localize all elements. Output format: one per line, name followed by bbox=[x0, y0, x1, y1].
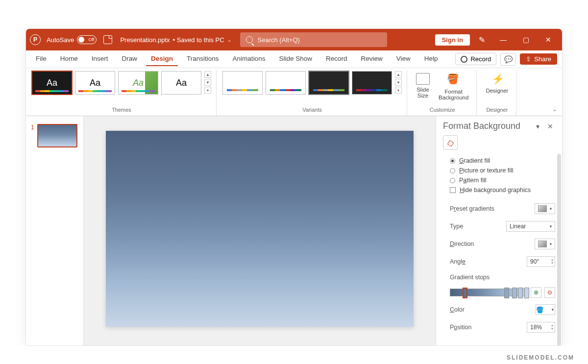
slide-canvas-area[interactable] bbox=[84, 116, 436, 345]
tab-review[interactable]: Review bbox=[356, 52, 387, 66]
type-dropdown[interactable]: Linear▼ bbox=[506, 221, 555, 232]
remove-gradient-stop-button[interactable]: ⊖ bbox=[544, 287, 555, 298]
group-label: Variants bbox=[302, 107, 322, 115]
radio-gradient-fill[interactable]: GGradient fillradient fill bbox=[450, 156, 555, 166]
tab-design[interactable]: Design bbox=[146, 52, 178, 66]
variant-option[interactable] bbox=[309, 71, 349, 95]
gradient-stop[interactable] bbox=[524, 288, 529, 298]
direction-dropdown[interactable]: ▼ bbox=[535, 239, 555, 249]
document-title[interactable]: Presentation.pptx • Saved to this PC ⌄ bbox=[120, 36, 231, 44]
maximize-button[interactable]: ▢ bbox=[516, 29, 536, 50]
paint-bucket-icon bbox=[447, 73, 461, 87]
tab-record[interactable]: Record bbox=[321, 52, 352, 66]
variant-option[interactable] bbox=[352, 71, 392, 95]
slide-thumbnail-preview bbox=[37, 124, 77, 147]
variant-option[interactable] bbox=[222, 71, 263, 95]
fill-tab-icon[interactable]: ◇ bbox=[443, 135, 458, 150]
tab-help[interactable]: Help bbox=[419, 52, 443, 66]
radio-icon bbox=[450, 158, 455, 164]
gradient-stops-slider[interactable] bbox=[450, 289, 528, 296]
theme-option[interactable]: Aa bbox=[75, 71, 115, 95]
pen-mode-icon[interactable]: ✎ bbox=[477, 35, 487, 45]
slide-number: 1 bbox=[31, 124, 34, 147]
slide-thumbnail-rail: 1 bbox=[26, 116, 84, 345]
designer-icon bbox=[492, 73, 502, 86]
close-button[interactable]: ✕ bbox=[539, 29, 558, 50]
panel-menu-button[interactable]: ▾ bbox=[534, 122, 541, 130]
panel-body: GGradient fillradient fill Picture or te… bbox=[436, 154, 562, 345]
theme-option[interactable]: Aa bbox=[118, 71, 158, 95]
type-label: Type bbox=[450, 223, 463, 230]
radio-picture-fill[interactable]: Picture or texture fill bbox=[450, 166, 555, 175]
search-icon bbox=[246, 36, 253, 43]
gradient-stop[interactable] bbox=[512, 288, 517, 298]
app-window: P AutoSave Off Presentation.pptx • Saved… bbox=[25, 28, 563, 346]
collapse-ribbon-button[interactable]: ⌄ bbox=[552, 106, 557, 113]
angle-label: Angle bbox=[450, 258, 466, 265]
theme-option[interactable]: Aa bbox=[32, 71, 72, 95]
color-picker-button[interactable]: 🪣▼ bbox=[536, 304, 555, 315]
tab-home[interactable]: Home bbox=[55, 52, 83, 66]
color-label: Color bbox=[450, 306, 465, 313]
radio-icon bbox=[450, 168, 455, 173]
powerpoint-logo-icon: P bbox=[30, 34, 41, 45]
share-button[interactable]: ⇧ Share bbox=[520, 53, 557, 65]
add-gradient-stop-button[interactable]: ⊕ bbox=[531, 287, 541, 298]
ribbon-group-themes: Aa Aa Aa Aa ▲▼▾ Themes bbox=[31, 70, 217, 116]
tab-draw[interactable]: Draw bbox=[117, 52, 143, 66]
chevron-down-icon: ⌄ bbox=[227, 37, 231, 43]
preset-gradients-dropdown[interactable]: ▼ bbox=[535, 203, 555, 214]
designer-button[interactable]: Designer bbox=[483, 71, 511, 96]
minimize-button[interactable]: — bbox=[493, 29, 513, 50]
autosave-label: AutoSave bbox=[47, 36, 74, 44]
gradient-stop[interactable] bbox=[518, 288, 523, 298]
save-icon[interactable] bbox=[103, 35, 112, 44]
tab-file[interactable]: File bbox=[31, 52, 51, 66]
workarea: 1 Format Background ▾ ✕ ◇ GGradient fill… bbox=[26, 116, 562, 345]
gradient-stops-label: Gradient stops bbox=[450, 274, 490, 281]
variant-option[interactable] bbox=[266, 71, 306, 95]
gradient-stop[interactable] bbox=[463, 288, 467, 298]
gradient-stop[interactable] bbox=[504, 288, 509, 298]
slide-thumbnail[interactable]: 1 bbox=[31, 124, 78, 147]
titlebar: P AutoSave Off Presentation.pptx • Saved… bbox=[26, 29, 562, 50]
ribbon-group-customize: Slide Size Format Background Customize bbox=[412, 70, 477, 116]
radio-pattern-fill[interactable]: Pattern fill bbox=[450, 175, 555, 185]
preset-gradients-label: Preset gradients bbox=[450, 205, 494, 212]
direction-label: Direction bbox=[450, 241, 474, 247]
gradient-swatch-icon bbox=[538, 205, 547, 212]
sign-in-button[interactable]: Sign in bbox=[435, 34, 470, 46]
ribbon-group-designer: Designer Designer bbox=[482, 70, 516, 116]
tab-view[interactable]: View bbox=[392, 52, 416, 66]
themes-gallery-scroll[interactable]: ▲▼▾ bbox=[204, 71, 211, 94]
tab-slideshow[interactable]: Slide Show bbox=[274, 52, 317, 66]
angle-input[interactable]: 90°▲▼ bbox=[527, 256, 555, 267]
tab-animations[interactable]: Animations bbox=[228, 52, 270, 66]
panel-scrollbar[interactable] bbox=[557, 154, 561, 345]
position-label: Position bbox=[450, 324, 471, 331]
format-background-panel: Format Background ▾ ✕ ◇ GGradient fillra… bbox=[436, 116, 562, 345]
record-button[interactable]: Record bbox=[455, 53, 496, 65]
theme-option[interactable]: Aa bbox=[161, 71, 201, 95]
position-input[interactable]: 18%▲▼ bbox=[527, 322, 555, 333]
paint-bucket-icon: 🪣 bbox=[536, 306, 544, 314]
checkbox-hide-bg-graphics[interactable]: Hide background graphics bbox=[450, 185, 555, 195]
tab-insert[interactable]: Insert bbox=[87, 52, 113, 66]
group-label: Customize bbox=[430, 107, 455, 115]
search-input[interactable]: Search (Alt+Q) bbox=[240, 32, 387, 47]
ribbon: Aa Aa Aa Aa ▲▼▾ Themes ▲▼▾ Variants Slid… bbox=[26, 68, 562, 116]
slide-canvas[interactable] bbox=[106, 131, 414, 327]
tab-transitions[interactable]: Transitions bbox=[182, 52, 224, 66]
slide-size-button[interactable]: Slide Size bbox=[413, 71, 433, 100]
autosave-toggle[interactable]: Off bbox=[77, 35, 97, 44]
autosave-control[interactable]: AutoSave Off bbox=[47, 35, 97, 44]
ribbon-group-variants: ▲▼▾ Variants bbox=[221, 70, 407, 116]
panel-title: Format Background bbox=[443, 121, 530, 131]
format-background-button[interactable]: Format Background bbox=[436, 71, 471, 102]
panel-close-button[interactable]: ✕ bbox=[545, 122, 555, 130]
group-label: Designer bbox=[486, 107, 508, 115]
checkbox-icon bbox=[450, 187, 456, 193]
comments-button[interactable]: 💬 bbox=[500, 53, 516, 66]
slide-size-icon bbox=[416, 73, 430, 85]
variants-gallery-scroll[interactable]: ▲▼▾ bbox=[395, 71, 402, 94]
